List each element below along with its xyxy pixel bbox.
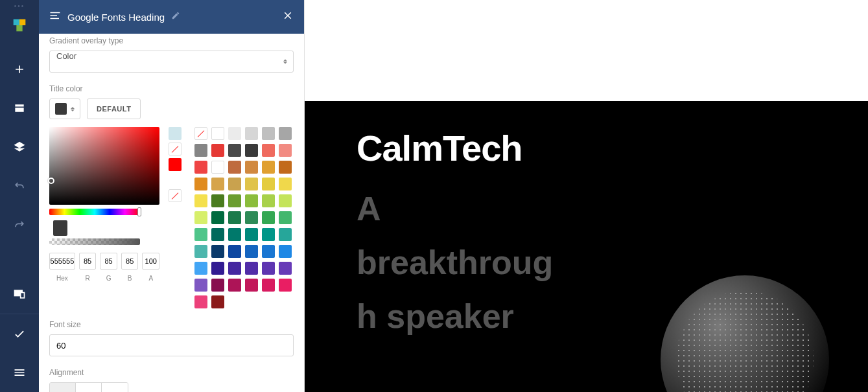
nav-drag-dots[interactable]: ••• xyxy=(14,0,25,11)
canvas-subheading[interactable]: A breakthrough speaker xyxy=(357,182,564,344)
templates-button[interactable] xyxy=(0,89,39,128)
sv-handle[interactable] xyxy=(48,178,54,184)
menu-button[interactable] xyxy=(0,353,39,392)
gradient-type-select[interactable]: Color xyxy=(49,51,294,73)
preset-swatch[interactable] xyxy=(169,158,182,171)
color-swatch[interactable] xyxy=(211,178,224,190)
color-swatch[interactable] xyxy=(262,144,275,157)
color-swatch[interactable] xyxy=(211,228,224,241)
color-swatch[interactable] xyxy=(262,245,275,258)
color-swatch[interactable] xyxy=(279,245,292,258)
color-swatch[interactable] xyxy=(279,279,292,292)
canvas-heading[interactable]: CalmTech xyxy=(357,127,868,169)
color-swatch[interactable] xyxy=(262,211,275,224)
align-right-button[interactable] xyxy=(102,383,128,392)
color-swatch[interactable] xyxy=(194,262,207,275)
color-swatch[interactable] xyxy=(211,194,224,207)
color-swatch[interactable] xyxy=(279,127,292,140)
color-swatch[interactable] xyxy=(279,228,292,241)
title-color-chip-select[interactable] xyxy=(49,98,80,119)
color-swatch[interactable] xyxy=(194,178,207,190)
color-swatch[interactable] xyxy=(228,178,241,190)
color-swatch[interactable] xyxy=(245,178,258,190)
color-swatch[interactable] xyxy=(211,262,224,275)
preset-swatch[interactable] xyxy=(169,143,182,156)
color-swatch[interactable] xyxy=(211,295,224,308)
color-swatch[interactable] xyxy=(262,262,275,275)
add-element-button[interactable] xyxy=(0,50,39,89)
settings-panel: Google Fonts Heading Gradient overlay ty… xyxy=(39,0,305,392)
layers-button[interactable] xyxy=(0,128,39,167)
color-swatch[interactable] xyxy=(194,144,207,157)
edit-title-icon[interactable] xyxy=(171,11,180,23)
color-swatch[interactable] xyxy=(262,228,275,241)
color-swatch[interactable] xyxy=(262,127,275,140)
color-swatch[interactable] xyxy=(228,262,241,275)
close-panel-button[interactable] xyxy=(282,10,294,24)
preset-swatch[interactable] xyxy=(169,127,182,140)
color-swatch[interactable] xyxy=(228,228,241,241)
color-swatch[interactable] xyxy=(228,211,241,224)
a-input[interactable] xyxy=(142,253,159,270)
undo-button[interactable] xyxy=(0,167,39,205)
color-swatch[interactable] xyxy=(228,127,241,140)
color-swatch[interactable] xyxy=(262,279,275,292)
color-swatch[interactable] xyxy=(245,245,258,258)
color-swatch[interactable] xyxy=(245,194,258,207)
color-swatch[interactable] xyxy=(279,144,292,157)
color-swatch[interactable] xyxy=(211,127,224,140)
g-input[interactable] xyxy=(100,253,117,270)
color-swatch[interactable] xyxy=(228,245,241,258)
default-color-button[interactable]: DEFAULT xyxy=(87,98,141,119)
hex-input[interactable] xyxy=(49,253,75,270)
color-swatch[interactable] xyxy=(245,279,258,292)
r-input[interactable] xyxy=(79,253,97,270)
color-swatch[interactable] xyxy=(262,161,275,174)
color-swatch[interactable] xyxy=(245,144,258,157)
color-swatch[interactable] xyxy=(228,279,241,292)
color-swatch[interactable] xyxy=(211,279,224,292)
color-swatch[interactable] xyxy=(279,178,292,190)
color-swatch[interactable] xyxy=(245,161,258,174)
color-swatch[interactable] xyxy=(245,228,258,241)
b-input[interactable] xyxy=(121,253,139,270)
saturation-value-picker[interactable] xyxy=(49,127,159,205)
color-swatch[interactable] xyxy=(194,295,207,308)
color-swatch[interactable] xyxy=(228,194,241,207)
color-swatch[interactable] xyxy=(194,279,207,292)
color-swatch[interactable] xyxy=(211,144,224,157)
alpha-slider[interactable] xyxy=(49,238,140,245)
app-logo-icon xyxy=(10,16,29,37)
color-swatch[interactable] xyxy=(194,194,207,207)
color-swatch[interactable] xyxy=(211,161,224,174)
color-swatch[interactable] xyxy=(228,161,241,174)
color-swatch[interactable] xyxy=(262,194,275,207)
preset-swatch[interactable] xyxy=(169,189,182,202)
color-swatch[interactable] xyxy=(194,245,207,258)
color-swatch[interactable] xyxy=(228,144,241,157)
color-swatch[interactable] xyxy=(279,161,292,174)
color-swatch[interactable] xyxy=(194,127,207,140)
hue-handle[interactable] xyxy=(137,207,141,216)
responsive-view-button[interactable] xyxy=(0,275,39,314)
font-size-input[interactable] xyxy=(49,334,294,356)
save-button[interactable] xyxy=(0,314,39,353)
color-swatch[interactable] xyxy=(194,228,207,241)
color-swatch[interactable] xyxy=(279,262,292,275)
color-swatch[interactable] xyxy=(279,194,292,207)
color-swatch[interactable] xyxy=(262,178,275,190)
align-center-button[interactable] xyxy=(76,383,102,392)
color-swatch[interactable] xyxy=(211,245,224,258)
color-swatch[interactable] xyxy=(194,161,207,174)
color-swatch[interactable] xyxy=(245,211,258,224)
preset-swatch[interactable] xyxy=(169,174,182,187)
hue-slider[interactable] xyxy=(49,209,140,215)
color-swatch[interactable] xyxy=(245,262,258,275)
redo-button[interactable] xyxy=(0,205,39,244)
color-swatch[interactable] xyxy=(194,211,207,224)
gradient-type-value: Color xyxy=(49,51,294,73)
color-swatch[interactable] xyxy=(245,127,258,140)
align-left-button[interactable] xyxy=(50,383,76,392)
color-swatch[interactable] xyxy=(279,211,292,224)
color-swatch[interactable] xyxy=(211,211,224,224)
